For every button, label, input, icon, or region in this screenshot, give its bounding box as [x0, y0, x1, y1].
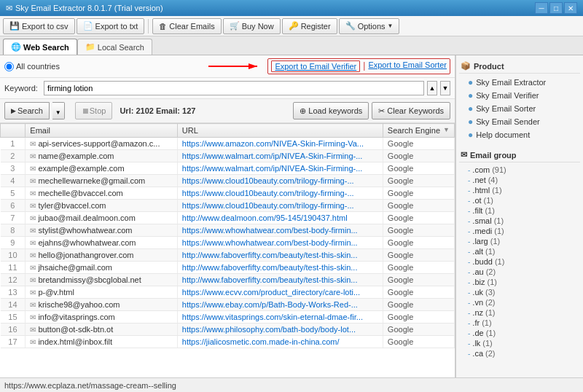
- table-row[interactable]: 1 ✉ api-services-support@amazon.c... htt…: [1, 138, 455, 150]
- table-row[interactable]: 17 ✉ index.html@inbox.filt https://jiali…: [1, 336, 455, 348]
- email-group-item[interactable]: -.net (4): [459, 175, 580, 185]
- row-url[interactable]: https://www.ecvv.com/product_directory/c…: [177, 286, 383, 299]
- table-row[interactable]: 15 ✉ info@vitasprings.com https://www.vi…: [1, 311, 455, 324]
- table-row[interactable]: 5 ✉ mechelle@bvaccel.com https://www.clo…: [1, 187, 455, 200]
- row-url[interactable]: https://www.vitasprings.com/skin-eternal…: [177, 311, 383, 324]
- table-row[interactable]: 9 ✉ ejahns@whowhatwear.com https://www.w…: [1, 237, 455, 249]
- email-group-item[interactable]: -.filt (1): [459, 205, 580, 216]
- keyword-scroll-up[interactable]: ▲: [427, 81, 437, 95]
- email-group-item[interactable]: -.alt (1): [459, 246, 580, 256]
- status-bar: https://www.ecplaza.net/massage-cream--s…: [0, 377, 583, 392]
- minimize-button[interactable]: ─: [535, 2, 548, 14]
- email-group-item[interactable]: -.uk (3): [459, 287, 580, 297]
- export-csv-button[interactable]: 💾 Export to csv: [3, 18, 75, 34]
- row-url[interactable]: http://www.faboverfifty.com/beauty/test-…: [177, 249, 383, 262]
- row-num: 4: [1, 175, 26, 187]
- table-row[interactable]: 16 ✉ button@ot-sdk-btn.ot https://www.ph…: [1, 324, 455, 336]
- export-verifier-link[interactable]: Export to Email Verifier: [271, 60, 360, 72]
- dot-icon: -: [468, 217, 470, 225]
- row-engine: Google: [383, 336, 454, 348]
- email-group-item[interactable]: -.fr (1): [459, 318, 580, 328]
- row-url[interactable]: http://www.faboverfifty.com/beauty/test-…: [177, 274, 383, 286]
- buy-now-button[interactable]: 🛒 Buy Now: [223, 18, 281, 34]
- table-row[interactable]: 10 ✉ hello@jonathangrover.com http://www…: [1, 249, 455, 262]
- row-email: ✉ jhsaiche@gmail.com: [26, 262, 177, 274]
- search-button[interactable]: ▶ Search: [4, 102, 50, 119]
- row-email: ✉ jubao@mail.dealmoon.com: [26, 212, 177, 224]
- email-group-item[interactable]: -.au (2): [459, 267, 580, 277]
- email-group-item[interactable]: -.ca (2): [459, 348, 580, 358]
- table-row[interactable]: 12 ✉ bretandmissy@sbcglobal.net http://w…: [1, 274, 455, 286]
- options-button[interactable]: 🔧 Options ▼: [339, 18, 400, 34]
- row-url[interactable]: https://www.amazon.com/NIVEA-Skin-Firmin…: [177, 138, 383, 150]
- row-url[interactable]: http://www.faboverfifty.com/beauty/test-…: [177, 262, 383, 274]
- col-header-url[interactable]: URL: [177, 124, 383, 138]
- row-url[interactable]: http://www.dealmoon.com/95-145/190437.ht…: [177, 212, 383, 224]
- email-group-item[interactable]: -.lk (1): [459, 338, 580, 348]
- clear-keywords-button[interactable]: ✂ Clear Keywords: [372, 102, 450, 119]
- email-group-item[interactable]: -.ot (1): [459, 195, 580, 205]
- table-row[interactable]: 7 ✉ jubao@mail.dealmoon.com http://www.d…: [1, 212, 455, 224]
- folder-icon: 📁: [85, 42, 95, 52]
- email-group-item[interactable]: -.smal (1): [459, 216, 580, 226]
- load-keywords-button[interactable]: ⊕ Load keywords: [293, 102, 369, 119]
- clear-icon: 🗑: [159, 22, 167, 31]
- export-txt-button[interactable]: 📄 Export to txt: [77, 18, 145, 34]
- email-group-item[interactable]: -.nz (1): [459, 307, 580, 318]
- export-sorter-link[interactable]: Export to Email Sorter: [368, 60, 447, 72]
- email-group-item[interactable]: -.medi (1): [459, 226, 580, 236]
- table-row[interactable]: 11 ✉ jhsaiche@gmail.com http://www.fabov…: [1, 262, 455, 274]
- dot-icon: ●: [468, 117, 473, 127]
- row-url[interactable]: https://www.philosophy.com/bath-body/bod…: [177, 324, 383, 336]
- email-group-item[interactable]: -.biz (1): [459, 277, 580, 287]
- email-group-item[interactable]: -.html (1): [459, 185, 580, 195]
- table-row[interactable]: 13 ✉ p-@v.html https://www.ecvv.com/prod…: [1, 286, 455, 299]
- keyword-scroll-down[interactable]: ▼: [440, 81, 450, 95]
- email-group-item[interactable]: -.com (91): [459, 165, 580, 175]
- product-item[interactable]: ●Sky Email Sorter: [459, 102, 580, 115]
- dot-icon: -: [468, 187, 470, 195]
- table-row[interactable]: 3 ✉ example@example.com https://www.walm…: [1, 162, 455, 175]
- table-row[interactable]: 14 ✉ krische98@yahoo.com https://www.eba…: [1, 299, 455, 311]
- table-row[interactable]: 8 ✉ stylist@whowhatwear.com https://www.…: [1, 224, 455, 237]
- register-button[interactable]: 🔑 Register: [282, 18, 337, 34]
- stop-button[interactable]: ⏹ Stop: [75, 102, 113, 119]
- row-url[interactable]: https://www.cloud10beauty.com/trilogy-fi…: [177, 187, 383, 200]
- email-group-item[interactable]: -.vn (2): [459, 297, 580, 307]
- all-countries-radio[interactable]: [4, 62, 14, 71]
- table-row[interactable]: 2 ✉ name@example.com https://www.walmart…: [1, 150, 455, 162]
- dot-icon: -: [468, 176, 470, 184]
- app-icon: ✉: [6, 4, 12, 13]
- maximize-button[interactable]: □: [549, 2, 563, 14]
- tab-web-search[interactable]: 🌐 Web Search: [3, 39, 77, 55]
- row-url[interactable]: https://jialicosmetic.com.made-in-china.…: [177, 336, 383, 348]
- row-url[interactable]: https://www.walmart.com/ip/NIVEA-Skin-Fi…: [177, 162, 383, 175]
- email-group-item[interactable]: -.de (1): [459, 328, 580, 338]
- col-header-email[interactable]: Email: [26, 124, 177, 138]
- email-group-item[interactable]: -.larg (1): [459, 236, 580, 246]
- clear-emails-button[interactable]: 🗑 Clear Emails: [152, 18, 221, 34]
- row-url[interactable]: https://www.walmart.com/ip/NIVEA-Skin-Fi…: [177, 150, 383, 162]
- row-engine: Google: [383, 286, 454, 299]
- product-item[interactable]: ●Help document: [459, 128, 580, 141]
- table-row[interactable]: 4 ✉ mechellewarneke@gmail.com https://ww…: [1, 175, 455, 187]
- row-url[interactable]: https://www.cloud10beauty.com/trilogy-fi…: [177, 200, 383, 212]
- row-num: 7: [1, 212, 26, 224]
- row-url[interactable]: https://www.whowhatwear.com/best-body-fi…: [177, 224, 383, 237]
- search-dropdown-button[interactable]: ▼: [52, 102, 65, 119]
- product-item[interactable]: ●Sky Email Verifier: [459, 89, 580, 102]
- col-header-engine[interactable]: Search Engine ▼: [383, 124, 454, 138]
- product-item[interactable]: ●Sky Email Extractor: [459, 76, 580, 89]
- title-bar-controls: ─ □ ✕: [535, 2, 577, 14]
- close-button[interactable]: ✕: [564, 2, 577, 14]
- table-row[interactable]: 6 ✉ tyler@bvaccel.com https://www.cloud1…: [1, 200, 455, 212]
- all-countries-label[interactable]: All countries: [4, 62, 60, 71]
- key-icon: 🔑: [289, 21, 299, 31]
- row-url[interactable]: https://www.whowhatwear.com/best-body-fi…: [177, 237, 383, 249]
- row-url[interactable]: https://www.cloud10beauty.com/trilogy-fi…: [177, 175, 383, 187]
- row-url[interactable]: https://www.ebay.com/p/Bath-Body-Works-R…: [177, 299, 383, 311]
- product-item[interactable]: ●Sky Email Sender: [459, 115, 580, 128]
- email-group-item[interactable]: -.budd (1): [459, 256, 580, 267]
- keyword-input[interactable]: [44, 81, 424, 95]
- tab-local-search[interactable]: 📁 Local Search: [77, 39, 152, 55]
